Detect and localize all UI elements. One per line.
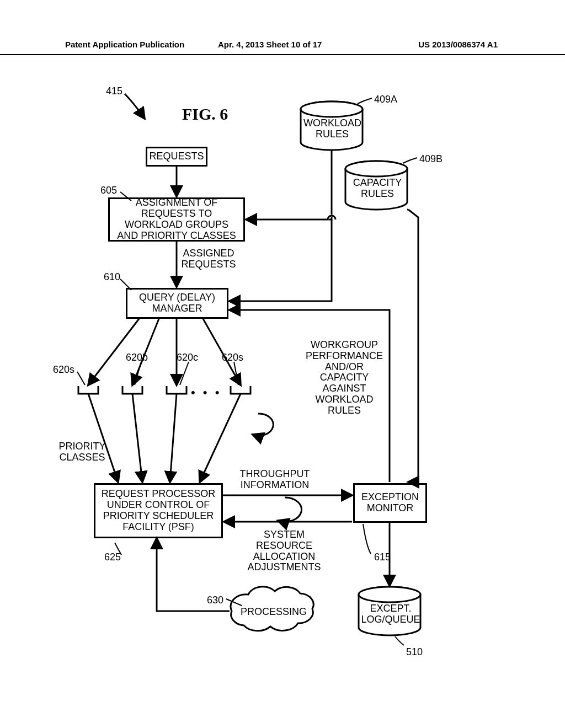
label-except-log: EXCEPT. LOG/QUEUE <box>361 603 420 625</box>
label-priority-classes: PRIORITY CLASSES <box>57 441 107 463</box>
svg-point-5 <box>359 587 420 602</box>
box-assignment: ASSIGNMENT OF REQUESTS TO WORKLOAD GROUP… <box>108 197 245 242</box>
header-center: Apr. 4, 2013 Sheet 10 of 17 <box>218 40 322 49</box>
ref-620s-right: 620s <box>222 352 243 363</box>
ref-625: 625 <box>104 552 121 563</box>
box-exception-monitor: EXCEPTION MONITOR <box>353 483 427 523</box>
ref-409a: 409A <box>374 94 397 105</box>
ref-615: 615 <box>374 552 391 563</box>
svg-line-18 <box>170 394 177 482</box>
label-workgroup-text: WORKGROUP PERFORMANCE AND/OR CAPACITY AG… <box>300 340 388 416</box>
label-throughput: THROUGHPUT INFORMATION <box>236 469 313 491</box>
page-header: Patent Application Publication Apr. 4, 2… <box>0 40 565 55</box>
svg-line-15 <box>234 362 238 385</box>
ellipsis: • • • <box>191 386 221 399</box>
ref-409b: 409B <box>419 153 443 165</box>
ref-610: 610 <box>104 271 120 283</box>
svg-point-3 <box>345 161 407 176</box>
label-processing: PROCESSING <box>241 607 307 618</box>
svg-line-14 <box>180 362 189 385</box>
ref-630: 630 <box>207 595 223 606</box>
ref-620b: 620b <box>126 352 148 363</box>
label-capacity-rules: CAPACITY RULES <box>349 178 406 200</box>
svg-line-12 <box>77 372 85 385</box>
label-sys-resource: SYSTEM RESOURCE ALLOCATION ADJUSTMENTS <box>243 529 326 573</box>
figure-title: FIG. 6 <box>182 105 228 124</box>
box-request-processor: REQUEST PROCESSOR UNDER CONTROL OF PRIOR… <box>94 483 223 538</box>
ref-620s-left: 620s <box>53 364 74 376</box>
connectors <box>0 0 565 728</box>
ref-415: 415 <box>106 85 122 97</box>
ref-510: 510 <box>406 646 423 658</box>
ref-620c: 620c <box>177 352 198 363</box>
svg-line-16 <box>88 394 118 482</box>
box-query-manager: QUERY (DELAY) MANAGER <box>126 288 228 319</box>
svg-point-0 <box>301 101 363 117</box>
svg-point-2 <box>345 161 407 176</box>
svg-point-1 <box>301 101 363 117</box>
label-workload-rules: WORKLOAD RULES <box>303 118 361 140</box>
svg-point-4 <box>359 587 420 602</box>
label-assigned-requests: ASSIGNED REQUESTS <box>181 248 236 270</box>
header-left: Patent Application Publication <box>65 40 184 49</box>
header-right: US 2013/0086374 A1 <box>418 40 498 49</box>
ref-605: 605 <box>100 185 117 196</box>
svg-line-19 <box>200 394 241 482</box>
svg-line-13 <box>135 362 141 385</box>
svg-line-17 <box>132 394 142 482</box>
box-requests: REQUESTS <box>146 147 207 167</box>
